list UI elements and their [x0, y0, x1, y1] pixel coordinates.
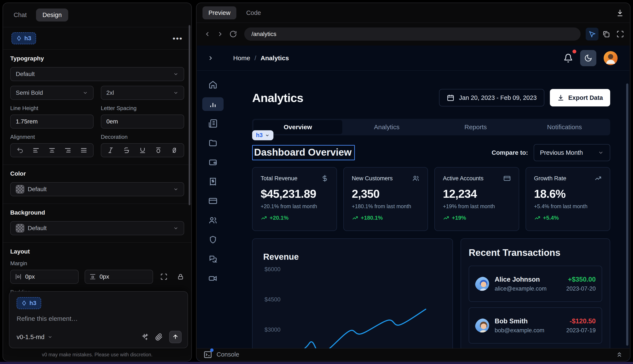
stat-card-active-accounts[interactable]: Active Accounts 12,234 +19% from last mo…	[434, 167, 519, 231]
stat-card-growth-rate[interactable]: Growth Rate 18.6% +5.4% from last month …	[526, 167, 610, 231]
diamond-icon	[21, 300, 27, 306]
transaction-email: alice@example.com	[495, 286, 547, 292]
background-select[interactable]: Default	[10, 221, 184, 235]
notifications-bell-button[interactable]	[563, 54, 573, 63]
trending-up-icon	[594, 175, 602, 182]
margin-lock-icon[interactable]	[177, 273, 184, 280]
sidebar-item-messages[interactable]	[202, 252, 224, 266]
download-icon[interactable]	[616, 9, 624, 17]
sidebar-item-home[interactable]	[202, 78, 224, 92]
chevrons-up-icon[interactable]	[615, 351, 623, 358]
fullscreen-icon[interactable]	[614, 30, 626, 38]
export-data-button[interactable]: Export Data	[550, 89, 610, 106]
paperclip-icon[interactable]	[155, 333, 163, 341]
element-menu-button[interactable]: •••	[173, 34, 183, 42]
letter-spacing-input[interactable]: 0em	[101, 114, 184, 128]
user-avatar[interactable]	[603, 51, 618, 65]
theme-toggle-button[interactable]	[580, 50, 596, 66]
sidebar-item-security[interactable]	[202, 233, 224, 246]
refresh-icon[interactable]	[227, 30, 239, 38]
design-panel-scrollbar[interactable]	[189, 25, 190, 205]
margin-x-input[interactable]: 0px	[10, 270, 79, 284]
tab-reports[interactable]: Reports	[431, 120, 520, 134]
sidebar-item-video[interactable]	[202, 272, 224, 285]
copy-icon[interactable]	[600, 30, 612, 38]
transaction-date: 2023-07-20	[566, 286, 596, 292]
compare-value: Previous Month	[540, 149, 583, 156]
chevron-down-icon	[173, 71, 179, 77]
transaction-row[interactable]: Alice Johnson alice@example.com +$350.00…	[469, 266, 602, 302]
messages-icon	[208, 254, 218, 264]
stat-card-new-customers[interactable]: New Customers 2,350 +180.1% from last mo…	[343, 167, 428, 231]
back-icon[interactable]	[202, 30, 213, 38]
breadcrumb: Home / Analytics	[233, 54, 289, 62]
stat-title: Total Revenue	[261, 175, 298, 182]
send-button[interactable]	[169, 331, 181, 343]
selected-element-badge[interactable]: h3	[12, 32, 36, 44]
margin-y-input[interactable]: 0px	[85, 270, 153, 284]
compare-select[interactable]: Previous Month	[534, 144, 610, 161]
overline-icon[interactable]	[154, 147, 163, 154]
tab-code[interactable]: Code	[244, 6, 263, 19]
tab-analytics[interactable]: Analytics	[342, 120, 431, 134]
notification-dot	[572, 50, 576, 54]
line-height-input[interactable]: 1.75rem	[10, 114, 94, 128]
selection-outline[interactable]: Dashboard Overview	[252, 145, 355, 160]
underline-icon[interactable]	[138, 147, 147, 154]
model-select[interactable]: v0-1.5-md	[17, 334, 53, 340]
margin-expand-icon[interactable]	[160, 273, 167, 280]
sidebar-item-receipts[interactable]	[202, 175, 224, 188]
sidebar-item-files[interactable]	[202, 136, 224, 150]
sparkles-icon[interactable]	[141, 333, 149, 341]
sidebar-item-news[interactable]	[202, 117, 224, 130]
font-family-select[interactable]: Default	[10, 67, 184, 81]
color-select[interactable]: Default	[10, 182, 184, 196]
forward-icon[interactable]	[215, 30, 226, 38]
chevron-down-icon	[48, 334, 53, 340]
home-icon	[208, 80, 218, 89]
align-justify-icon[interactable]	[79, 147, 88, 154]
font-weight-select[interactable]: Semi Bold	[10, 86, 94, 100]
revenue-chart-card: Revenue $6000 $4500 $3000	[252, 238, 453, 360]
sidebar-item-users[interactable]	[202, 214, 224, 227]
dashboard-topbar: Home / Analytics	[197, 46, 629, 71]
chevron-down-icon	[173, 226, 179, 231]
tab-preview[interactable]: Preview	[202, 6, 236, 19]
letter-spacing-label: Letter Spacing	[101, 105, 184, 112]
stat-card-total-revenue[interactable]: Total Revenue $45,231.89 +20.1% from las…	[252, 167, 337, 231]
revenue-line-chart	[253, 239, 453, 360]
date-range-button[interactable]: Jan 20, 2023 - Feb 09, 2023	[439, 89, 544, 106]
tab-notifications[interactable]: Notifications	[520, 120, 609, 134]
recent-transactions-card: Recent Transactions Alice Johnson alice@…	[461, 238, 610, 360]
credit-card-icon	[503, 175, 511, 182]
undo-align-icon[interactable]	[15, 147, 25, 154]
url-input[interactable]: /analytics	[244, 28, 581, 41]
sidebar-item-analytics[interactable]	[202, 97, 224, 111]
sidebar-item-cards[interactable]	[202, 194, 224, 208]
strikethrough-icon[interactable]	[122, 147, 131, 154]
breadcrumb-home[interactable]: Home	[233, 54, 250, 62]
receipt-icon	[208, 177, 218, 186]
design-panel: Chat Design h3 ••• Typography Default Se…	[3, 2, 192, 362]
align-right-icon[interactable]	[63, 147, 73, 154]
align-center-icon[interactable]	[47, 147, 57, 154]
font-size-select[interactable]: 2xl	[101, 86, 184, 100]
trend-up-icon	[534, 215, 540, 221]
tab-chat[interactable]: Chat	[12, 8, 29, 22]
transaction-row[interactable]: Bob Smith bob@example.com -$120.50 2023-…	[469, 308, 602, 344]
sidebar-expand-icon[interactable]	[207, 55, 214, 62]
sidebar-item-wallet[interactable]	[202, 156, 224, 169]
chat-input[interactable]: Refine this element…	[17, 315, 180, 322]
panel-tab-bar: Chat Design	[3, 3, 191, 27]
preview-scrollbar[interactable]	[626, 84, 628, 346]
inspect-cursor-button[interactable]	[586, 28, 598, 40]
selection-tag-chip[interactable]: h3	[252, 130, 273, 140]
chat-element-label: h3	[30, 300, 37, 306]
transactions-title: Recent Transactions	[469, 247, 602, 258]
tab-design[interactable]: Design	[36, 8, 68, 22]
no-decoration-icon[interactable]	[170, 147, 179, 154]
stat-trend-value: +20.1%	[270, 214, 289, 221]
chat-element-badge[interactable]: h3	[17, 297, 41, 309]
align-left-icon[interactable]	[31, 147, 41, 154]
italic-icon[interactable]	[106, 147, 115, 154]
